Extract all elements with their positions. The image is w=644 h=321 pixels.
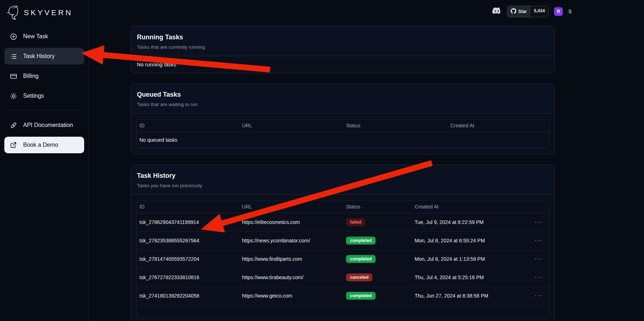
row-menu-button[interactable]: ··· <box>532 292 545 300</box>
task-url: https://www.tirabeauty.com/ <box>239 268 343 287</box>
topbar: Star 5,434 R S <box>492 6 574 17</box>
gear-icon <box>9 92 17 100</box>
column-header-created-at: Created At <box>412 201 529 213</box>
sidebar-label-api-documentation: API Documentation <box>23 122 73 128</box>
task-created-at: Mon, Jul 8, 2024 at 1:13:59 PM <box>412 250 529 268</box>
column-header-status: Status <box>343 201 412 213</box>
brand-logo: SKYVERN <box>4 4 84 28</box>
status-badge: canceled <box>346 273 372 281</box>
task-created-at: Tue, Jul 9, 2024 at 8:22:59 PM <box>412 213 529 232</box>
plus-circle-icon <box>9 32 17 40</box>
sidebar-item-book-a-demo[interactable]: Book a Demo <box>4 137 84 153</box>
queued-tasks-subtitle: Tasks that are waiting to run <box>137 102 549 107</box>
task-url: https://www.finditparts.com <box>239 250 343 268</box>
task-url: https://elitecosmetics.com <box>239 213 343 232</box>
sidebar-label-new-task: New Task <box>23 33 48 40</box>
task-created-at: Thu, Jul 4, 2024 at 5:25:16 PM <box>412 268 529 287</box>
running-tasks-subtitle: Tasks that are currently running <box>137 44 549 50</box>
column-header-url: URL <box>239 119 343 132</box>
column-header-actions <box>529 201 549 213</box>
discord-button[interactable] <box>492 7 502 16</box>
column-header-url: URL <box>239 201 343 213</box>
task-created-at: Thu, Jun 27, 2024 at 8:38:58 PM <box>412 287 529 305</box>
discord-icon <box>492 7 502 16</box>
github-star-button[interactable]: Star 5,434 <box>507 6 549 17</box>
sidebar-item-task-history[interactable]: Task History <box>4 48 84 65</box>
github-star-label: Star <box>518 9 527 14</box>
task-history-table: ID URL Status Created At tsk_27862904374… <box>136 200 549 319</box>
sidebar-divider <box>5 110 83 110</box>
column-header-id: ID <box>137 119 239 132</box>
queued-empty-row: No queued tasks <box>137 132 549 148</box>
queued-tasks-card: Queued Tasks Tasks that are waiting to r… <box>131 83 555 154</box>
task-history-title: Task History <box>137 172 549 180</box>
sidebar-label-book-a-demo: Book a Demo <box>23 142 58 148</box>
row-menu-button[interactable]: ··· <box>532 255 545 263</box>
running-tasks-header: Running Tasks Tasks that are currently r… <box>131 26 554 56</box>
task-created-at: Mon, Jul 8, 2024 at 6:55:24 PM <box>412 232 529 250</box>
github-icon <box>511 8 516 15</box>
column-header-id: ID <box>137 201 239 213</box>
sidebar-item-api-documentation[interactable]: API Documentation <box>4 117 84 133</box>
task-id: tsk_278147405593572204 <box>137 250 239 268</box>
status-badge: completed <box>346 292 376 300</box>
task-id: tsk_276727822333810816 <box>137 268 239 287</box>
avatar[interactable]: R <box>554 7 563 16</box>
queued-table-header-row: ID URL Status Created At <box>137 119 549 132</box>
task-row[interactable]: tsk_274180139292204058 https://www.geico… <box>137 287 549 305</box>
task-history-subtitle: Tasks you have run previously <box>137 183 549 188</box>
history-table-header-row: ID URL Status Created At <box>137 201 549 213</box>
task-row[interactable]: tsk_278147405593572204 https://www.findi… <box>137 250 549 268</box>
task-history-header: Task History Tasks you have run previous… <box>131 165 554 195</box>
list-icon <box>9 52 17 60</box>
running-tasks-card: Running Tasks Tasks that are currently r… <box>131 26 555 73</box>
running-tasks-title: Running Tasks <box>137 34 549 41</box>
task-url: https://news.ycombinator.com/ <box>239 232 343 250</box>
status-badge: completed <box>346 255 376 263</box>
status-badge: failed <box>346 218 365 226</box>
sidebar-item-settings[interactable]: Settings <box>4 88 84 104</box>
github-star-count[interactable]: 5,434 <box>530 6 548 17</box>
queued-tasks-title: Queued Tasks <box>137 91 549 98</box>
row-menu-button[interactable]: ··· <box>532 218 545 226</box>
task-history-card: Task History Tasks you have run previous… <box>131 164 555 321</box>
row-menu-button[interactable]: ··· <box>532 273 545 281</box>
sidebar-label-task-history: Task History <box>23 53 55 60</box>
task-row[interactable]: tsk_276727822333810816 https://www.tirab… <box>137 268 549 287</box>
row-menu-button[interactable]: ··· <box>532 237 545 245</box>
sidebar-label-settings: Settings <box>23 93 44 99</box>
running-tasks-empty-state: No running tasks <box>131 56 554 73</box>
sidebar: SKYVERN New Task Task History Billing <box>0 0 89 321</box>
credit-card-icon <box>9 72 17 80</box>
sidebar-item-billing[interactable]: Billing <box>4 68 84 84</box>
account-name-clipped[interactable]: S <box>568 9 574 14</box>
link-icon <box>9 121 17 129</box>
brand-name: SKYVERN <box>24 8 73 17</box>
status-badge: completed <box>346 237 376 245</box>
task-row[interactable]: tsk_278629043741199914 https://elitecosm… <box>137 213 549 232</box>
main-content: Running Tasks Tasks that are currently r… <box>131 26 555 321</box>
task-url: https://www.geico.com <box>239 287 343 305</box>
external-link-icon <box>9 141 17 149</box>
queued-tasks-table: ID URL Status Created At No queued tasks <box>136 119 549 149</box>
sidebar-item-new-task[interactable]: New Task <box>4 28 84 45</box>
queued-tasks-header: Queued Tasks Tasks that are waiting to r… <box>131 84 554 114</box>
task-row[interactable]: tsk_278235388555267564 https://news.ycom… <box>137 232 549 250</box>
task-id: tsk_278629043741199914 <box>137 213 239 232</box>
skyvern-dragon-icon <box>7 5 20 20</box>
task-id: tsk_274180139292204058 <box>137 287 239 305</box>
column-header-status: Status <box>343 119 448 132</box>
queued-tasks-empty-state: No queued tasks <box>137 132 549 148</box>
sidebar-label-billing: Billing <box>23 73 39 79</box>
task-id: tsk_278235388555267564 <box>137 232 239 250</box>
column-header-created-at: Created At <box>448 119 549 132</box>
